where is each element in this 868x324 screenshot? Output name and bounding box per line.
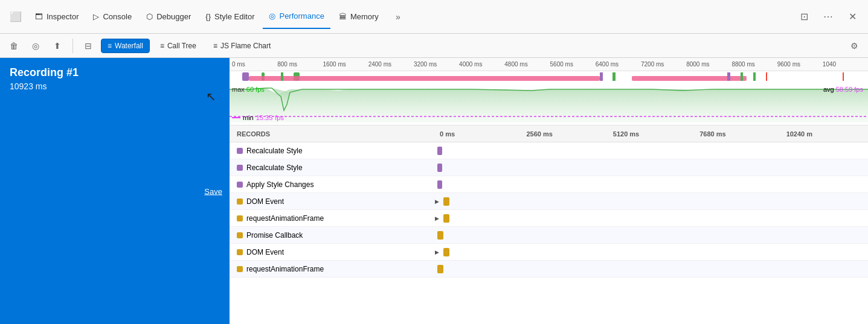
table-row[interactable]: requestAnimationFrame	[230, 261, 868, 278]
record-label: Apply Style Changes	[230, 180, 435, 189]
record-label: DOM Event	[230, 197, 435, 206]
expand-arrow: ▶	[435, 199, 439, 205]
more-options-btn[interactable]: ⋯	[817, 6, 839, 28]
debugger-icon: ⬡	[146, 12, 153, 21]
tab-inspector[interactable]: 🗔 Inspector	[29, 5, 85, 29]
waterfall-icon: ≡	[108, 42, 112, 50]
record-name: Promise Callback	[246, 231, 303, 240]
event-bar-green-5	[741, 72, 743, 81]
tab-console[interactable]: ▷ Console	[87, 5, 138, 29]
style-editor-icon: {}	[205, 12, 211, 21]
ruler-mark-8800: 8800 ms	[731, 61, 777, 68]
call-tree-icon: ≡	[160, 42, 164, 50]
table-row[interactable]: DOM Event ▶	[230, 193, 868, 210]
ruler-mark-4000: 4000 ms	[459, 61, 504, 68]
waterfall-btn[interactable]: ≡ Waterfall	[101, 39, 150, 53]
debugger-label: Debugger	[156, 12, 191, 21]
close-btn[interactable]: ✕	[841, 6, 863, 28]
event-bar-purple-1	[242, 72, 249, 81]
record-name: DOM Event	[246, 197, 284, 206]
record-bar	[443, 214, 449, 223]
record-color-dot	[237, 215, 243, 221]
overflow-btn[interactable]: »	[387, 6, 409, 28]
ruler-mark-6400: 6400 ms	[596, 61, 641, 68]
record-timeline	[435, 261, 868, 278]
record-timeline	[435, 227, 868, 244]
expand-arrow: ▶	[435, 215, 439, 221]
expand-arrow: ▶	[435, 249, 439, 255]
records-area[interactable]: RECORDS 0 ms 2560 ms 5120 ms 7680 ms 102…	[230, 125, 868, 324]
ruler-mark-3200: 3200 ms	[414, 61, 459, 68]
memory-label: Memory	[350, 12, 379, 21]
event-bar-green-6	[753, 72, 756, 81]
cursor-indicator: ↖	[206, 89, 216, 104]
table-row[interactable]: DOM Event ▶	[230, 244, 868, 261]
record-name: requestAnimationFrame	[246, 214, 324, 223]
svg-marker-0	[230, 88, 868, 122]
event-bar-green-3	[281, 72, 283, 81]
fps-area: max 60 fps avg 58.59 fps min 15.35 fps	[230, 83, 868, 125]
save-recording-btn[interactable]: Save	[204, 186, 222, 195]
fps-avg-label: avg 58.59 fps	[823, 86, 863, 93]
record-label: requestAnimationFrame	[230, 265, 435, 273]
record-bar	[437, 180, 442, 189]
fps-min-line	[232, 117, 240, 118]
record-name: Apply Style Changes	[246, 180, 313, 189]
table-row[interactable]: Apply Style Changes	[230, 176, 868, 193]
record-name: Recalculate Style	[246, 147, 303, 155]
record-color-dot	[237, 165, 243, 171]
settings-btn[interactable]: ⚙	[845, 37, 863, 54]
memory-icon: 🏛	[339, 12, 347, 21]
record-color-dot	[237, 266, 243, 272]
table-row[interactable]: Recalculate Style	[230, 159, 868, 176]
content-area: 0 ms 800 ms 1600 ms 2400 ms 3200 ms 4000…	[230, 58, 868, 324]
table-row[interactable]: requestAnimationFrame ▶	[230, 210, 868, 227]
tab-memory[interactable]: 🏛 Memory	[333, 5, 385, 29]
record-label: DOM Event	[230, 248, 435, 256]
js-flame-chart-label: JS Flame Chart	[220, 42, 271, 50]
ruler-mark-2400: 2400 ms	[368, 61, 414, 68]
records-col-7680ms: 7680 ms	[695, 130, 781, 138]
record-color-dot	[237, 232, 243, 238]
record-timeline	[435, 142, 868, 159]
record-btn[interactable]: ◎	[27, 37, 45, 54]
records-col-0ms: 0 ms	[435, 130, 521, 138]
call-tree-btn[interactable]: ≡ Call Tree	[153, 39, 203, 53]
flame-chart-icon: ≡	[213, 42, 217, 50]
event-bar-green-4	[612, 72, 616, 81]
tab-performance[interactable]: ◎ Performance	[263, 5, 330, 29]
devtools-icon-btn[interactable]: ⊡	[793, 6, 815, 28]
ruler-mark-5600: 5600 ms	[550, 61, 596, 68]
filter-btn[interactable]: ⊟	[79, 37, 97, 54]
record-timeline	[435, 159, 868, 176]
js-flame-chart-btn[interactable]: ≡ JS Flame Chart	[207, 39, 277, 53]
events-row	[230, 71, 868, 83]
fps-max-label: max 60 fps	[232, 86, 265, 93]
fps-min-unit: fps	[275, 114, 284, 121]
export-btn[interactable]: ⬆	[48, 37, 66, 54]
record-timeline: ▶	[435, 244, 868, 261]
recording-duration: 10923 ms	[10, 81, 220, 91]
tab-debugger[interactable]: ⬡ Debugger	[140, 5, 197, 29]
fps-max-unit: fps	[256, 86, 265, 93]
delete-recording-btn[interactable]: 🗑	[5, 37, 23, 54]
call-tree-label: Call Tree	[167, 42, 196, 50]
inspector-icon: 🗔	[35, 12, 43, 21]
event-bar-red-2	[843, 72, 844, 81]
tab-style-editor[interactable]: {} Style Editor	[199, 5, 260, 29]
top-nav: ⬜ 🗔 Inspector ▷ Console ⬡ Debugger {} St…	[0, 0, 868, 34]
fps-max-value: 60	[246, 86, 254, 93]
record-bar	[443, 248, 449, 256]
waterfall-label: Waterfall	[115, 42, 143, 50]
table-row[interactable]: Recalculate Style	[230, 142, 868, 159]
record-timeline: ▶	[435, 210, 868, 227]
record-color-dot	[237, 249, 243, 255]
records-col-5120ms: 5120 ms	[608, 130, 695, 138]
fps-min-text: min	[243, 114, 254, 121]
toolbar-divider	[72, 39, 73, 53]
record-label: requestAnimationFrame	[230, 214, 435, 223]
cursor-tool-btn[interactable]: ⬜	[5, 6, 27, 28]
ruler-mark-4800: 4800 ms	[504, 61, 550, 68]
record-name: DOM Event	[246, 248, 284, 256]
table-row[interactable]: Promise Callback	[230, 227, 868, 244]
